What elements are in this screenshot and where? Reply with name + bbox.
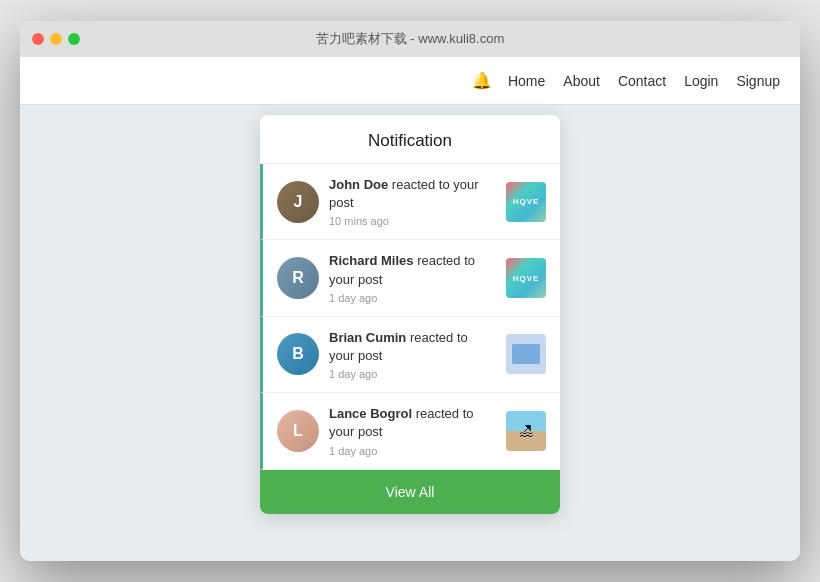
avatar: R xyxy=(277,257,319,299)
notification-text: Richard Miles reacted to your post xyxy=(329,252,496,288)
nav-home[interactable]: Home xyxy=(508,73,545,89)
minimize-button[interactable] xyxy=(50,33,62,45)
avatar: B xyxy=(277,333,319,375)
nav-signup[interactable]: Signup xyxy=(736,73,780,89)
notification-thumbnail: HQVE xyxy=(506,258,546,298)
traffic-lights xyxy=(32,33,80,45)
notification-user-name: Brian Cumin xyxy=(329,330,406,345)
notification-content: Lance Bogrol reacted to your post 1 day … xyxy=(329,405,496,456)
list-item[interactable]: J John Doe reacted to your post 10 mins … xyxy=(260,164,560,240)
notification-text: Brian Cumin reacted to your post xyxy=(329,329,496,365)
window-title: 苦力吧素材下载 - www.kuli8.com xyxy=(316,30,505,48)
notification-time: 1 day ago xyxy=(329,445,496,457)
notification-thumbnail: HQVE xyxy=(506,182,546,222)
notification-list: J John Doe reacted to your post 10 mins … xyxy=(260,164,560,470)
notification-content: Brian Cumin reacted to your post 1 day a… xyxy=(329,329,496,380)
notification-content: Richard Miles reacted to your post 1 day… xyxy=(329,252,496,303)
notification-title: Notification xyxy=(260,115,560,164)
bell-icon[interactable]: 🔔 xyxy=(472,71,492,90)
notification-time: 10 mins ago xyxy=(329,215,496,227)
nav-contact[interactable]: Contact xyxy=(618,73,666,89)
nav-login[interactable]: Login xyxy=(684,73,718,89)
notification-text: John Doe reacted to your post xyxy=(329,176,496,212)
notification-text: Lance Bogrol reacted to your post xyxy=(329,405,496,441)
nav-links: Home About Contact Login Signup xyxy=(508,73,780,89)
avatar: J xyxy=(277,181,319,223)
notification-thumbnail: 🏖 xyxy=(506,411,546,451)
notification-time: 1 day ago xyxy=(329,368,496,380)
notification-user-name: Richard Miles xyxy=(329,253,414,268)
title-bar: 苦力吧素材下载 - www.kuli8.com xyxy=(20,21,800,57)
notification-user-name: John Doe xyxy=(329,177,388,192)
notification-user-name: Lance Bogrol xyxy=(329,406,412,421)
list-item[interactable]: B Brian Cumin reacted to your post 1 day… xyxy=(260,317,560,393)
notification-panel: Notification J John Doe reacted to your … xyxy=(260,115,560,514)
maximize-button[interactable] xyxy=(68,33,80,45)
close-button[interactable] xyxy=(32,33,44,45)
list-item[interactable]: R Richard Miles reacted to your post 1 d… xyxy=(260,240,560,316)
navbar: 🔔 Home About Contact Login Signup xyxy=(20,57,800,105)
main-content: Notification J John Doe reacted to your … xyxy=(20,105,800,561)
nav-about[interactable]: About xyxy=(563,73,600,89)
avatar: L xyxy=(277,410,319,452)
notification-time: 1 day ago xyxy=(329,292,496,304)
notification-content: John Doe reacted to your post 10 mins ag… xyxy=(329,176,496,227)
list-item[interactable]: L Lance Bogrol reacted to your post 1 da… xyxy=(260,393,560,469)
app-window: 苦力吧素材下载 - www.kuli8.com 🔔 Home About Con… xyxy=(20,21,800,561)
notification-thumbnail xyxy=(506,334,546,374)
view-all-button[interactable]: View All xyxy=(260,470,560,514)
